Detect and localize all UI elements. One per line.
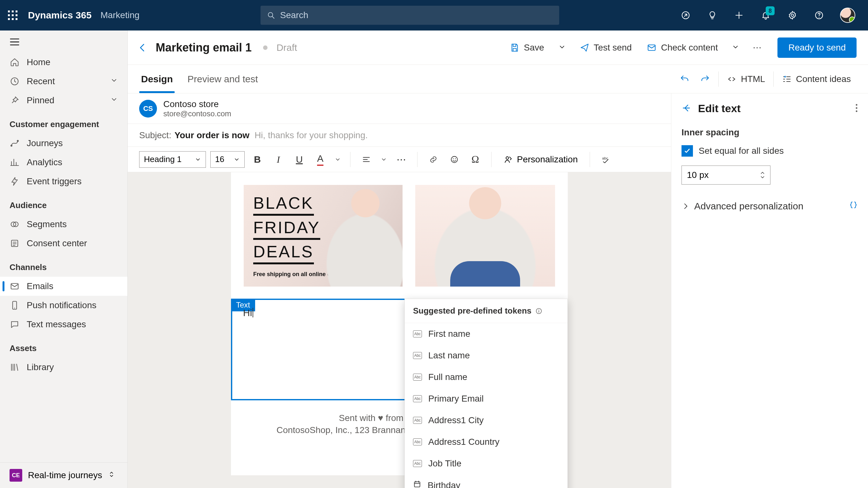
add-button[interactable] (733, 9, 745, 21)
info-icon[interactable] (535, 308, 542, 314)
check-content-split[interactable] (728, 40, 743, 55)
area-switcher[interactable]: CE Real-time journeys (0, 462, 127, 488)
symbol-button[interactable]: Ω (467, 151, 484, 168)
code-braces-icon (849, 201, 858, 212)
check-icon (684, 147, 691, 154)
help-button[interactable] (813, 9, 825, 21)
nav-library[interactable]: Library (0, 358, 127, 377)
align-button[interactable] (358, 151, 375, 168)
subject-row[interactable]: Subject: Your order is now Hi, thanks fo… (128, 124, 671, 147)
question-icon (814, 10, 824, 20)
text-content: Hi (243, 308, 253, 318)
content-ideas-button[interactable]: Content ideas (776, 65, 857, 93)
global-search[interactable] (260, 6, 559, 25)
token-item[interactable]: AbcAddress1 City (405, 409, 567, 431)
font-color-button[interactable]: A (312, 151, 329, 168)
area-badge: CE (9, 469, 22, 482)
tokens-header: Suggested pre-defined tokens (405, 299, 567, 323)
undo-button[interactable] (674, 65, 695, 93)
nav-consent-label: Consent center (27, 238, 87, 248)
redo-button[interactable] (695, 65, 716, 93)
nav-push[interactable]: Push notifications (0, 296, 127, 315)
svg-point-24 (856, 104, 858, 105)
check-content-button[interactable]: Check content (643, 39, 722, 56)
token-item[interactable]: AbcFull name (405, 366, 567, 388)
underline-button[interactable]: U (291, 151, 308, 168)
brand-label: Dynamics 365 (28, 10, 92, 21)
svg-point-19 (506, 157, 509, 159)
tokens-list: AbcFirst nameAbcLast nameAbcFull nameAbc… (405, 323, 567, 488)
calendar-icon (413, 480, 421, 488)
assistant-button[interactable] (680, 9, 691, 21)
save-split-button[interactable] (555, 40, 569, 55)
nav-sms[interactable]: Text messages (0, 315, 127, 334)
equal-sides-checkbox[interactable] (682, 145, 693, 157)
nav-journeys[interactable]: Journeys (0, 134, 127, 153)
token-item[interactable]: AbcJob Title (405, 453, 567, 474)
token-item-label: Full name (428, 372, 467, 382)
back-button[interactable] (135, 41, 149, 55)
nav-segments-label: Segments (27, 219, 67, 230)
token-item[interactable]: AbcPrimary Email (405, 388, 567, 409)
tab-preview[interactable]: Preview and test (186, 65, 260, 93)
panel-back-button[interactable] (682, 103, 692, 114)
svg-point-5 (819, 17, 820, 18)
nav-home[interactable]: Home (0, 53, 127, 72)
spellcheck-button[interactable]: abc (598, 151, 614, 168)
html-view-button[interactable]: HTML (721, 65, 771, 93)
hero-image-right[interactable] (415, 185, 555, 286)
gear-icon (787, 10, 797, 20)
nav-pinned[interactable]: Pinned (0, 91, 127, 110)
nav-segments[interactable]: Segments (0, 215, 127, 234)
equal-sides-row[interactable]: Set equal for all sides (682, 145, 858, 157)
app-launcher-button[interactable] (5, 8, 20, 23)
bold-button[interactable]: B (249, 151, 266, 168)
nav-consent[interactable]: Consent center (0, 234, 127, 253)
nav-analytics[interactable]: Analytics (0, 153, 127, 172)
search-input[interactable] (280, 10, 553, 20)
test-send-button[interactable]: Test send (576, 39, 637, 56)
italic-button[interactable]: I (270, 151, 286, 168)
emoji-button[interactable] (446, 151, 463, 168)
font-color-split[interactable] (333, 151, 342, 168)
chevron-down-icon (234, 156, 240, 163)
email-canvas[interactable]: BLACK FRIDAY DEALS Free shipping on all … (128, 172, 671, 488)
spinner-buttons[interactable] (760, 171, 765, 179)
hamburger-icon (9, 38, 20, 46)
user-avatar[interactable] (840, 8, 855, 23)
hero-image-left[interactable]: BLACK FRIDAY DEALS Free shipping on all … (244, 185, 403, 286)
token-item[interactable]: AbcFirst name (405, 323, 567, 345)
align-split[interactable] (379, 151, 389, 168)
subject-label: Subject: (139, 130, 171, 141)
settings-button[interactable] (787, 9, 798, 21)
token-item-label: Last name (428, 350, 470, 361)
token-item[interactable]: AbcLast name (405, 345, 567, 366)
command-bar: Marketing email 1 Draft Save Test send C… (128, 30, 868, 65)
collapse-nav-button[interactable] (0, 34, 127, 53)
spacing-input[interactable]: 10 px (682, 165, 771, 185)
chevron-down-icon (732, 43, 739, 51)
token-item[interactable]: Birthday (405, 474, 567, 488)
nav-recent[interactable]: Recent (0, 72, 127, 91)
more-commands-button[interactable]: ⋯ (749, 39, 766, 56)
mobile-icon (9, 300, 20, 310)
style-select[interactable]: Heading 1 (139, 151, 206, 168)
ready-to-send-button[interactable]: Ready to send (777, 37, 857, 58)
save-label: Save (524, 42, 544, 53)
token-item[interactable]: AbcAddress1 Country (405, 431, 567, 453)
nav-emails[interactable]: Emails (0, 277, 127, 296)
save-button[interactable]: Save (505, 39, 549, 56)
chevron-down-icon (110, 76, 118, 86)
advanced-personalization-accordion[interactable]: Advanced personalization (682, 201, 858, 212)
panel-more-button[interactable] (855, 103, 858, 114)
chevron-up-icon (760, 171, 765, 175)
ideas-button[interactable] (707, 9, 718, 21)
nav-event-triggers[interactable]: Event triggers (0, 172, 127, 191)
link-button[interactable] (425, 151, 442, 168)
abc-icon: Abc (413, 460, 422, 467)
personalization-button[interactable]: Personalization (499, 154, 582, 164)
fontsize-select[interactable]: 16 (210, 151, 245, 168)
more-format-button[interactable]: ⋯ (393, 151, 409, 168)
notifications-button[interactable]: 8 (760, 9, 771, 21)
tab-design[interactable]: Design (139, 65, 175, 93)
